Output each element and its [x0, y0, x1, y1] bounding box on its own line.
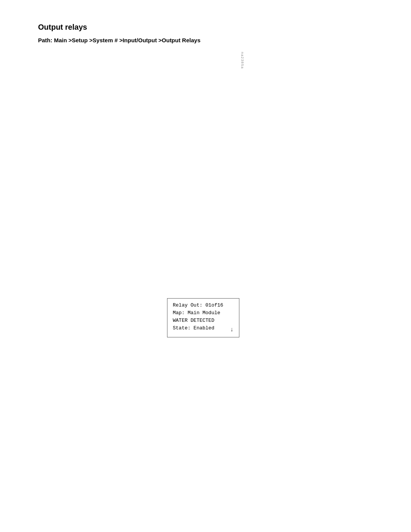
screen1-line4-row: State: Enabled ↓: [173, 324, 234, 334]
screen1-box: Relay Out: 01of16 Map: Main Module WATER…: [167, 298, 239, 337]
screen1-row: Relay Out: 01of16 Map: Main Module WATER…: [167, 52, 244, 532]
screen1-side-label: na2385a: [239, 52, 244, 532]
section-title: Output relays: [38, 23, 373, 32]
path-line: Path: Main >Setup >System # >Input/Outpu…: [38, 37, 373, 43]
screen1-line4: State: Enabled: [173, 324, 214, 334]
screens-container: Relay Out: 01of16 Map: Main Module WATER…: [38, 52, 373, 532]
screen1-line3: WATER DETECTED: [173, 317, 234, 324]
page-content: Output relays Path: Main >Setup >System …: [0, 0, 411, 532]
screen1-line2: Map: Main Module: [173, 309, 234, 317]
screen1-arrow: ↓: [230, 325, 234, 335]
screen1-line1: Relay Out: 01of16: [173, 302, 234, 309]
